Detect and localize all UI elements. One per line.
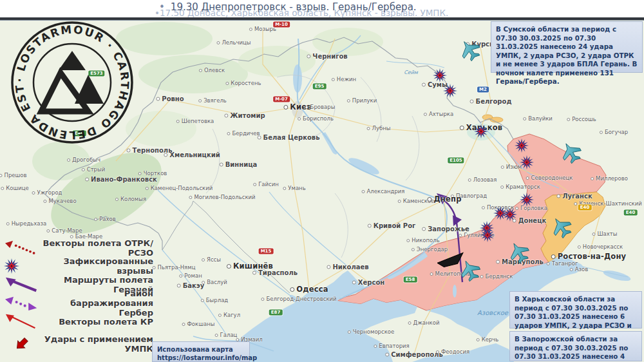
kr-icon <box>4 313 40 330</box>
zaporizhzhia-info-text: В Запорожской области за период с 07.30 … <box>515 335 628 362</box>
map-legend: Векторы полета ОТРК/РСЗОЗафиксированные … <box>4 232 156 361</box>
attribution-label: Использована карта <box>157 345 245 354</box>
legend-item-label: Зафиксированные взрывы <box>43 256 153 276</box>
zaporizhzhia-info-box: В Запорожской области за период с 07.30 … <box>509 331 642 361</box>
legend-item-otrk: Векторы полета ОТРК/РСЗО <box>4 239 153 257</box>
legend-icon-cell <box>4 336 43 352</box>
sumy-info-box: В Сумской области за период с 07.30 30.0… <box>491 21 643 73</box>
explosion-icon <box>4 258 19 274</box>
legend-icon-cell <box>4 294 43 311</box>
map-source-url[interactable]: https://lostarmour.info/map <box>157 354 245 362</box>
header-line-current: •19.30 Днепропетровск - взрыв. Герань/Ге… <box>159 1 417 13</box>
kharkiv-info-box: В Харьковской области за период с 07.30 … <box>509 291 642 329</box>
legend-item-label: Векторы полета КР <box>43 317 153 327</box>
slide-header: •17.50 Донбасс, Харьковская область, Куп… <box>0 0 644 17</box>
lostarmour-map-slide: КиевБроварыБориспольБелая ЦерковьНежинПр… <box>0 0 644 362</box>
lostarmour-emblem <box>41 51 104 111</box>
geran-icon <box>4 276 40 293</box>
legend-item-label: Векторы полета ОТРК/РСЗО <box>43 238 153 258</box>
umpk-icon <box>4 336 40 352</box>
legend-item-label: Удары с применением УМПК <box>43 334 153 354</box>
legend-icon-cell <box>4 313 43 330</box>
map-attribution-box: Использована карта https://lostarmour.in… <box>152 341 250 362</box>
legend-item-gerber: Район барражирования Гербер <box>4 294 153 312</box>
lostarmour-logo: · LOSTARMOUR · CARTHAGO DELENDA EST <box>8 18 138 148</box>
header-line1-text: 19.30 Днепропетровск - взрыв. Герань/Гер… <box>171 1 417 13</box>
gerber-icon <box>4 294 40 311</box>
legend-icon-cell <box>4 258 43 274</box>
bullet-icon: • <box>159 1 165 13</box>
legend-icon-cell <box>4 240 43 256</box>
legend-icon-cell <box>4 276 43 293</box>
legend-item-umpk: Удары с применением УМПК <box>4 335 153 353</box>
legend-item-kr: Векторы полета КР <box>4 312 153 330</box>
legend-item-explosion: Зафиксированные взрывы <box>4 257 153 275</box>
otrk-icon <box>4 240 40 256</box>
